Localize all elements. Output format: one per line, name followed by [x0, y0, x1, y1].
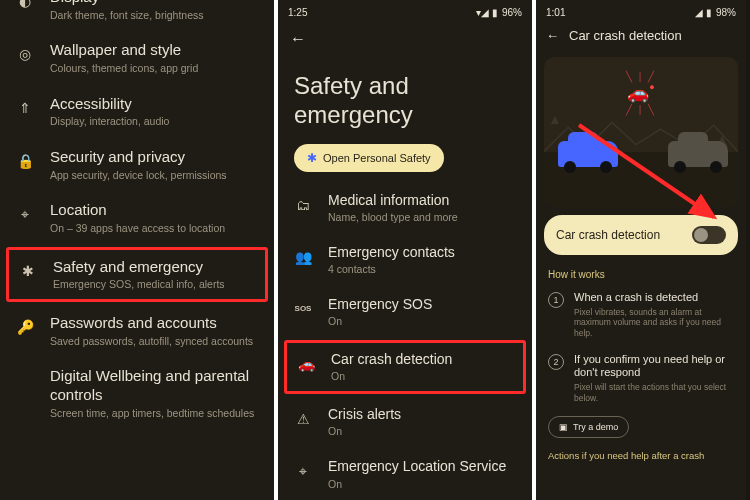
try-demo-button[interactable]: ▣ Try a demo [548, 416, 629, 438]
settings-item-accessibility[interactable]: ⇑AccessibilityDisplay, interaction, audi… [0, 85, 274, 138]
settings-icon [14, 369, 36, 391]
how-it-works-step: 2If you confirm you need help or don't r… [536, 346, 746, 411]
toggle-switch[interactable] [692, 226, 726, 244]
back-button[interactable]: ← [278, 24, 532, 54]
item-icon: ⚠ [292, 408, 314, 430]
settings-item-safety-and-emergency[interactable]: ✱Safety and emergencyEmergency SOS, medi… [6, 247, 268, 302]
settings-icon: ✱ [17, 260, 39, 282]
back-button[interactable]: ← [546, 28, 559, 43]
footer-label: Actions if you need help after a crash [536, 444, 746, 461]
hero-illustration: ╲ | ╱🚗●╱ | ╲ ▲▲ [544, 57, 738, 207]
settings-icon: 🔑 [14, 316, 36, 338]
play-icon: ▣ [559, 422, 568, 432]
car-crash-toggle-card[interactable]: Car crash detection [544, 215, 738, 255]
settings-item-passwords-and-accounts[interactable]: 🔑Passwords and accountsSaved passwords, … [0, 304, 274, 357]
safety-item-emergency-sos[interactable]: SOSEmergency SOSOn [278, 286, 532, 338]
how-it-works-step: 1When a crash is detectedPixel vibrates,… [536, 284, 746, 346]
item-icon: ⌖ [292, 460, 314, 482]
safety-emergency-pane: 1:25 ▾◢ ▮96% ← Safety and emergency ✱ Op… [278, 0, 536, 500]
item-icon: 🚗 [295, 353, 317, 375]
status-bar: 1:01 ◢ ▮98% [536, 0, 746, 24]
settings-icon: ◐ [14, 0, 36, 12]
settings-item-security-and-privacy[interactable]: 🔒Security and privacyApp security, devic… [0, 138, 274, 191]
settings-list-pane: ◐DisplayDark theme, font size, brightnes… [0, 0, 278, 500]
page-title: Car crash detection [569, 28, 682, 43]
settings-icon: ⇑ [14, 97, 36, 119]
safety-item-car-crash-detection[interactable]: 🚗Car crash detectionOn [284, 340, 526, 394]
car-blue-icon [558, 141, 618, 167]
safety-item-emergency-contacts[interactable]: 👥Emergency contacts4 contacts [278, 234, 532, 286]
settings-item-digital-wellbeing-and-parental-controls[interactable]: Digital Wellbeing and parental controlsS… [0, 357, 274, 429]
settings-item-location[interactable]: ⌖LocationOn – 39 apps have access to loc… [0, 191, 274, 244]
page-title: Safety and emergency [278, 54, 532, 144]
status-time: 1:25 [288, 7, 307, 18]
open-personal-safety-chip[interactable]: ✱ Open Personal Safety [294, 144, 444, 172]
settings-icon: ⌖ [14, 203, 36, 225]
status-bar: 1:25 ▾◢ ▮96% [278, 0, 532, 24]
safety-item-crisis-alerts[interactable]: ⚠Crisis alertsOn [278, 396, 532, 448]
asterisk-icon: ✱ [307, 151, 317, 165]
section-label: How it works [536, 265, 746, 284]
safety-item-medical-information[interactable]: 🗂Medical informationName, blood type and… [278, 182, 532, 234]
car-crash-detection-pane: 1:01 ◢ ▮98% ← Car crash detection ╲ | ╱🚗… [536, 0, 746, 500]
settings-icon: ◎ [14, 43, 36, 65]
status-time: 1:01 [546, 7, 565, 18]
item-icon: 👥 [292, 246, 314, 268]
settings-item-display[interactable]: ◐DisplayDark theme, font size, brightnes… [0, 0, 274, 31]
item-icon: SOS [292, 298, 314, 320]
status-right: ▾◢ ▮96% [476, 7, 522, 18]
settings-item-wallpaper-and-style[interactable]: ◎Wallpaper and styleColours, themed icon… [0, 31, 274, 84]
status-right: ◢ ▮98% [695, 7, 736, 18]
settings-icon: 🔒 [14, 150, 36, 172]
car-grey-icon [668, 141, 728, 167]
item-icon: 🗂 [292, 194, 314, 216]
safety-item-emergency-location-service[interactable]: ⌖Emergency Location ServiceOn [278, 448, 532, 500]
